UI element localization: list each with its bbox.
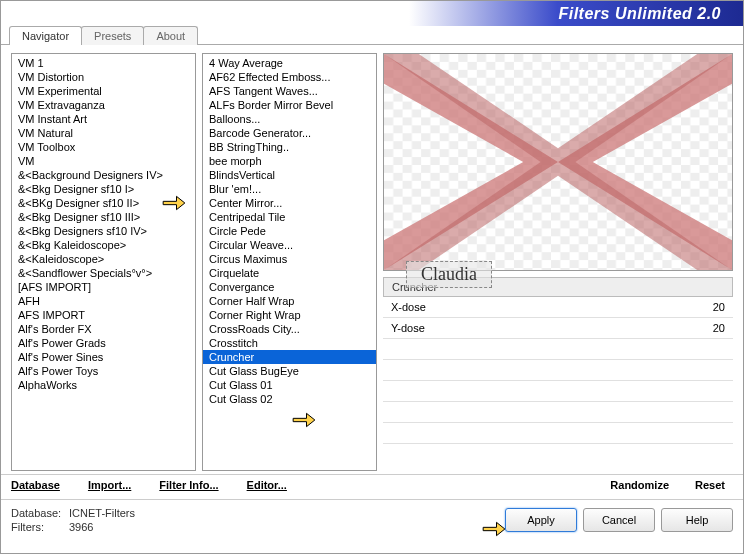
list-item[interactable]: AFS IMPORT [12,308,195,322]
list-item[interactable]: &<Background Designers IV> [12,168,195,182]
list-item[interactable]: BB StringThing.. [203,140,376,154]
param-row-empty [383,339,733,360]
filter-info-link[interactable]: Filter Info... [159,479,218,491]
list-item[interactable]: Cut Glass 02 [203,392,376,406]
param-row[interactable]: X-dose20 [383,297,733,318]
list-item[interactable]: VM [12,154,195,168]
list-item[interactable]: VM Toolbox [12,140,195,154]
list-item[interactable]: VM Instant Art [12,112,195,126]
param-value: 20 [713,322,725,334]
reset-link[interactable]: Reset [695,479,725,491]
list-item[interactable]: Alf's Border FX [12,322,195,336]
list-item[interactable]: &<Bkg Designer sf10 I> [12,182,195,196]
list-item[interactable]: ALFs Border Mirror Bevel [203,98,376,112]
list-item[interactable]: Crosstitch [203,336,376,350]
list-item[interactable]: Barcode Generator... [203,126,376,140]
list-item[interactable]: Convergance [203,280,376,294]
watermark: Claudia [406,261,492,288]
import-link[interactable]: Import... [88,479,131,491]
list-item[interactable]: Blur 'em!... [203,182,376,196]
help-button[interactable]: Help [661,508,733,532]
list-item[interactable]: &<Bkg Designers sf10 IV> [12,224,195,238]
list-item[interactable]: CrossRoads City... [203,322,376,336]
filter-list[interactable]: 4 Way AverageAF62 Effected Emboss...AFS … [202,53,377,471]
list-item[interactable]: &<Bkg Kaleidoscope> [12,238,195,252]
list-item[interactable]: Alf's Power Toys [12,364,195,378]
randomize-link[interactable]: Randomize [610,479,669,491]
list-item[interactable]: VM Distortion [12,70,195,84]
apply-button[interactable]: Apply [505,508,577,532]
list-item[interactable]: VM Experimental [12,84,195,98]
list-item[interactable]: AlphaWorks [12,378,195,392]
list-item[interactable]: Circus Maximus [203,252,376,266]
app-title: Filters Unlimited 2.0 [558,5,721,23]
list-item[interactable]: BlindsVertical [203,168,376,182]
list-item[interactable]: &<Kaleidoscope> [12,252,195,266]
list-item[interactable]: Alf's Power Sines [12,350,195,364]
param-row-empty [383,360,733,381]
list-item[interactable]: Corner Half Wrap [203,294,376,308]
param-value: 20 [713,301,725,313]
category-list[interactable]: VM 1VM DistortionVM ExperimentalVM Extra… [11,53,196,471]
list-item[interactable]: bee morph [203,154,376,168]
param-name: Y-dose [391,322,425,334]
list-item[interactable]: Circle Pede [203,224,376,238]
list-item[interactable]: &<Sandflower Specials°v°> [12,266,195,280]
footer: Database:ICNET-Filters Filters:3966 Appl… [1,499,743,540]
tab-strip: Navigator Presets About [1,26,743,45]
tab-presets[interactable]: Presets [81,26,144,45]
param-row-empty [383,423,733,444]
tab-about[interactable]: About [143,26,198,45]
list-item[interactable]: Alf's Power Grads [12,336,195,350]
meta-info: Database:ICNET-Filters Filters:3966 [11,506,135,534]
database-link[interactable]: Database [11,479,60,491]
list-item[interactable]: AFH [12,294,195,308]
button-row: Apply Cancel Help [505,508,733,532]
list-item[interactable]: 4 Way Average [203,56,376,70]
cancel-button[interactable]: Cancel [583,508,655,532]
list-item[interactable]: Cut Glass BugEye [203,364,376,378]
list-item[interactable]: VM Natural [12,126,195,140]
list-item[interactable]: Cirquelate [203,266,376,280]
list-item[interactable]: Balloons... [203,112,376,126]
list-item[interactable]: VM 1 [12,56,195,70]
list-item[interactable]: VM Extravaganza [12,98,195,112]
parameter-panel: Cruncher X-dose20Y-dose20 [383,277,733,444]
tab-navigator[interactable]: Navigator [9,26,82,45]
list-item[interactable]: Cut Glass 01 [203,378,376,392]
preview-image [383,53,733,271]
list-item[interactable]: AF62 Effected Emboss... [203,70,376,84]
title-bar: Filters Unlimited 2.0 [1,1,743,27]
list-item[interactable]: Corner Right Wrap [203,308,376,322]
list-item[interactable]: Circular Weave... [203,238,376,252]
main-panel: VM 1VM DistortionVM ExperimentalVM Extra… [1,44,743,474]
list-item[interactable]: Center Mirror... [203,196,376,210]
list-item[interactable]: &<BKg Designer sf10 II> [12,196,195,210]
list-item[interactable]: [AFS IMPORT] [12,280,195,294]
list-item[interactable]: AFS Tangent Waves... [203,84,376,98]
editor-link[interactable]: Editor... [247,479,287,491]
toolbar: Database Import... Filter Info... Editor… [1,474,743,499]
param-row-empty [383,381,733,402]
param-row-empty [383,402,733,423]
list-item[interactable]: &<Bkg Designer sf10 III> [12,210,195,224]
list-item[interactable]: Cruncher [203,350,376,364]
list-item[interactable]: Centripedal Tile [203,210,376,224]
param-row[interactable]: Y-dose20 [383,318,733,339]
param-name: X-dose [391,301,426,313]
